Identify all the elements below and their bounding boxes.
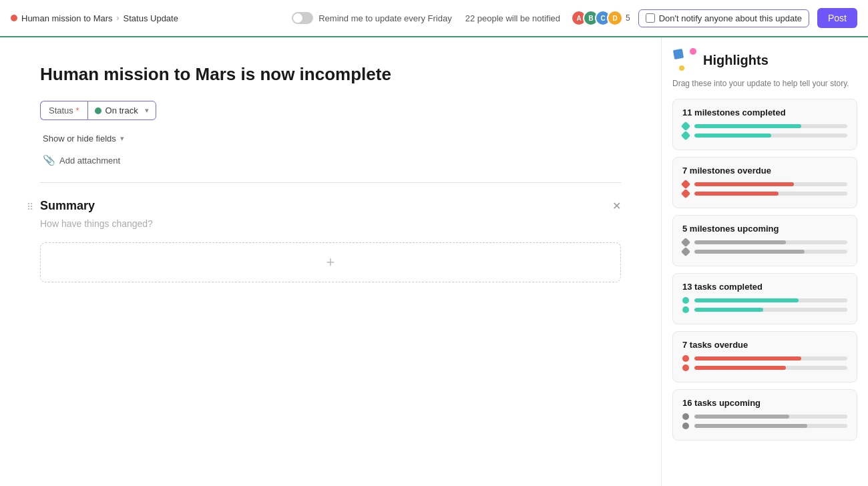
highlight-bar-row	[682, 132, 847, 139]
add-attachment-label: Add attachment	[59, 156, 120, 166]
chevron-down-icon: ▾	[120, 134, 124, 143]
progress-bar-bg	[694, 240, 847, 244]
bullet-icon	[682, 413, 689, 420]
progress-bar-fill	[694, 424, 807, 428]
highlight-card[interactable]: 7 tasks overdue	[672, 331, 857, 383]
progress-bar-bg	[694, 424, 847, 428]
progress-bar-fill	[694, 366, 786, 370]
dont-notify-checkbox[interactable]: Don't notify anyone about this update	[638, 9, 809, 27]
section-header: Summary ✕	[40, 199, 621, 213]
status-value-text: On track	[105, 105, 138, 115]
highlights-title: Highlights	[703, 53, 769, 68]
highlight-card[interactable]: 7 milestones overdue	[672, 157, 857, 208]
avatar: D	[607, 10, 623, 26]
bullet-icon	[681, 131, 690, 140]
progress-bar-fill	[694, 124, 801, 128]
highlight-bar-row	[682, 239, 847, 246]
progress-bar-bg	[694, 298, 847, 302]
paperclip-icon: 📎	[43, 154, 55, 166]
summary-placeholder[interactable]: How have things changed?	[40, 218, 621, 229]
bullet-icon	[681, 189, 690, 198]
highlight-card[interactable]: 13 tasks completed	[672, 273, 857, 324]
highlight-bar-row	[682, 423, 847, 429]
highlights-header: Highlights	[672, 48, 857, 72]
status-value-dropdown[interactable]: On track ▾	[87, 101, 156, 120]
notify-count-label: 22 people will be notified	[465, 13, 560, 23]
highlight-bar-row	[682, 413, 847, 420]
highlight-card-title: 7 tasks overdue	[682, 340, 847, 350]
bullet-icon	[681, 238, 690, 247]
highlights-subtitle: Drag these into your update to help tell…	[672, 77, 857, 89]
progress-bar-fill	[694, 182, 794, 186]
status-row: Status * On track ▾	[40, 101, 621, 120]
highlight-bar-row	[682, 297, 847, 304]
progress-bar-bg	[694, 356, 847, 360]
progress-bar-bg	[694, 366, 847, 370]
progress-bar-bg	[694, 308, 847, 312]
highlight-bar-row	[682, 123, 847, 130]
status-dot	[95, 107, 101, 114]
close-icon[interactable]: ✕	[612, 200, 621, 212]
status-label: Status *	[40, 101, 87, 120]
dont-notify-input[interactable]	[646, 13, 655, 23]
remind-toggle-area: Remind me to update every Friday	[292, 12, 451, 24]
bullet-icon	[682, 364, 689, 371]
bullet-icon	[682, 355, 689, 362]
progress-bar-fill	[694, 240, 786, 244]
breadcrumb-current: Status Update	[124, 13, 178, 23]
show-hide-label: Show or hide fields	[43, 134, 116, 144]
add-section-button[interactable]: +	[40, 242, 621, 282]
progress-bar-fill	[694, 250, 805, 254]
highlight-card-title: 11 milestones completed	[682, 107, 847, 117]
highlight-card-title: 7 milestones overdue	[682, 166, 847, 176]
dont-notify-label: Don't notify anyone about this update	[659, 13, 802, 23]
breadcrumb: Human mission to Mars › Status Update	[11, 13, 178, 23]
post-button[interactable]: Post	[817, 8, 857, 28]
add-attachment[interactable]: 📎 Add attachment	[40, 154, 621, 166]
summary-section: ⠿ Summary ✕ How have things changed?	[40, 199, 621, 229]
summary-title: Summary	[40, 199, 95, 213]
bullet-icon	[681, 247, 690, 256]
progress-bar-fill	[694, 298, 799, 302]
highlight-card[interactable]: 5 milestones upcoming	[672, 215, 857, 266]
progress-bar-bg	[694, 250, 847, 254]
highlight-bar-row	[682, 364, 847, 371]
highlight-card[interactable]: 11 milestones completed	[672, 99, 857, 150]
content-area: Human mission to Mars is now incomplete …	[0, 37, 661, 486]
progress-bar-bg	[694, 134, 847, 138]
project-dot	[11, 15, 17, 21]
progress-bar-fill	[694, 356, 801, 360]
highlight-bar-row	[682, 306, 847, 313]
highlight-bar-row	[682, 181, 847, 188]
main-layout: Human mission to Mars is now incomplete …	[0, 37, 868, 486]
breadcrumb-project[interactable]: Human mission to Mars	[21, 13, 113, 23]
breadcrumb-chevron: ›	[117, 13, 120, 23]
page-title: Human mission to Mars is now incomplete	[40, 64, 621, 85]
progress-bar-bg	[694, 415, 847, 419]
highlights-sidebar: Highlights Drag these into your update t…	[661, 37, 868, 486]
divider	[40, 182, 621, 183]
remind-toggle[interactable]	[292, 12, 313, 24]
progress-bar-fill	[694, 308, 763, 312]
bullet-icon	[681, 121, 690, 131]
bullet-icon	[682, 423, 689, 429]
bullet-icon	[681, 180, 690, 189]
highlight-cards: 11 milestones completed7 milestones over…	[672, 99, 857, 441]
highlight-bar-row	[682, 248, 847, 255]
progress-bar-bg	[694, 192, 847, 196]
highlight-bar-row	[682, 190, 847, 197]
plus-icon: +	[327, 254, 335, 271]
highlight-card[interactable]: 16 tasks upcoming	[672, 389, 857, 441]
progress-bar-bg	[694, 124, 847, 128]
bullet-icon	[682, 297, 689, 304]
progress-bar-fill	[694, 134, 771, 138]
progress-bar-fill	[694, 415, 789, 419]
avatar-group: A B C D 5	[571, 10, 630, 26]
progress-bar-fill	[694, 192, 779, 196]
highlight-bar-row	[682, 355, 847, 362]
show-hide-fields[interactable]: Show or hide fields ▾	[40, 134, 621, 144]
remind-label: Remind me to update every Friday	[318, 13, 451, 23]
drag-handle-icon[interactable]: ⠿	[27, 202, 33, 212]
chevron-down-icon: ▾	[145, 106, 149, 115]
highlight-card-title: 5 milestones upcoming	[682, 224, 847, 234]
